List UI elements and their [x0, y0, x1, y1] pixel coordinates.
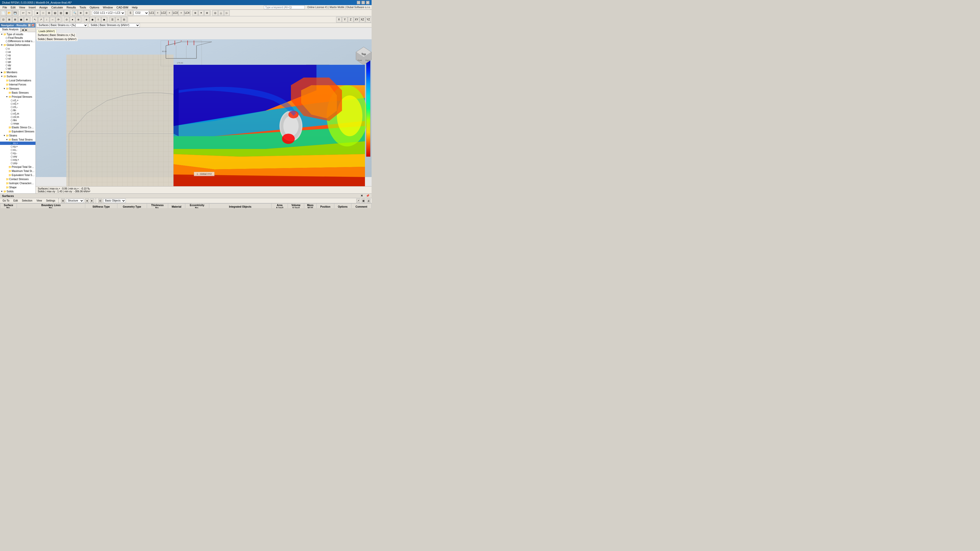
viewport-area[interactable]: Surfaces | Basic Strains εx,+ [‰] Solids…	[36, 23, 372, 193]
tb3[interactable]: ⊞	[46, 10, 52, 16]
results-edit[interactable]: Edit	[12, 199, 19, 202]
tree-item-principal-total-strains[interactable]: 📁Principal Total Strains	[0, 165, 35, 169]
tb23[interactable]: ▷	[224, 10, 230, 16]
t2-18[interactable]: ☰	[110, 17, 115, 22]
tb19[interactable]: ✦	[198, 10, 204, 16]
results-goto[interactable]: Go To	[1, 199, 11, 202]
nav-pin-btn[interactable]: 📌	[32, 24, 35, 27]
save-button[interactable]: 💾	[12, 10, 18, 16]
tree-item-εy-[interactable]: εy,-	[0, 151, 35, 155]
undo-button[interactable]: ↩	[21, 10, 26, 16]
tree-item-basic-total-strains[interactable]: ▼📁Basic Total Strains	[0, 138, 35, 141]
tree-toggle[interactable]: ▼	[6, 138, 8, 141]
tb8[interactable]: ⊕	[78, 10, 83, 16]
close-results[interactable]: ✕	[361, 194, 363, 197]
tb11[interactable]: LC1	[149, 10, 155, 16]
tree-item-σ1-[interactable]: σ1,-	[0, 105, 35, 109]
t2-2[interactable]: ⊠	[6, 17, 12, 22]
tree-item-σ2m[interactable]: σ2,m	[0, 115, 35, 119]
t2-17[interactable]: ◆	[101, 17, 107, 22]
menu-tools[interactable]: Tools	[78, 6, 88, 9]
tree-toggle[interactable]: ▼	[3, 87, 6, 90]
tree-item-εx+[interactable]: εx,+	[0, 141, 35, 145]
tb12[interactable]: +	[155, 10, 161, 16]
nav-tab-static[interactable]: Static Analysis	[0, 27, 21, 32]
tree-item-γxy[interactable]: γxy	[0, 155, 35, 158]
tree-item-isotropic[interactable]: 📁Isotropic Characteristics	[0, 181, 35, 185]
menu-options[interactable]: Options	[88, 6, 101, 9]
export-btn[interactable]: ↗	[356, 199, 360, 203]
tree-item-local-deformations[interactable]: 📁Local Deformations	[0, 78, 35, 83]
results-settings[interactable]: Settings	[45, 199, 57, 202]
tb17[interactable]: LC4	[184, 10, 190, 16]
tree-item-contact-stresses[interactable]: 📁Contact Stresses	[0, 177, 35, 181]
tb5[interactable]: ▥	[58, 10, 64, 16]
tree-item-θm[interactable]: θm	[0, 119, 35, 122]
solid-result-combo[interactable]: Solids | Basic Stresses σy (kN/m²)	[89, 23, 140, 27]
tb6[interactable]: ▦	[64, 10, 69, 16]
tree-toggle[interactable]: ▼	[0, 44, 3, 46]
col-eccentricity[interactable]: EccentricityNo.	[185, 203, 209, 208]
tree-item-ux[interactable]: ux	[0, 50, 35, 54]
t2-15[interactable]: ◉	[89, 17, 95, 22]
tree-toggle[interactable]: ▼	[6, 95, 8, 98]
tb16[interactable]: +	[178, 10, 184, 16]
tree-item-global-deformations[interactable]: ▼📁Global Deformations	[0, 43, 35, 47]
tree-item-strains[interactable]: ▼📁Strains	[0, 133, 35, 138]
tree-item-maximum-total-strains[interactable]: 📁Maximum Total Strains	[0, 169, 35, 173]
col-boundary-lines[interactable]: Boundary LinesNo.	[17, 203, 85, 208]
t2-coord6[interactable]: YZ	[366, 17, 371, 22]
lc-select[interactable]: CO2	[134, 11, 149, 15]
menu-insert[interactable]: Insert	[27, 6, 37, 9]
maximize-button[interactable]: □	[361, 1, 365, 4]
load-case-combo[interactable]: CO2: LC1 + LC2 + LC3 + LC4	[92, 11, 125, 15]
tree-item-σ2+[interactable]: σ2,+	[0, 102, 35, 105]
col-area[interactable]: AreaA [m²]	[271, 203, 288, 208]
arrow-left-btn[interactable]: ◄	[85, 199, 89, 203]
tree-item-solids[interactable]: ▼📁Solids	[0, 189, 35, 193]
tree-toggle[interactable]: ▼	[0, 75, 3, 78]
menu-edit[interactable]: Edit	[9, 6, 17, 9]
t2-5[interactable]: ⊕	[24, 17, 30, 22]
t2-10[interactable]: ⟳	[56, 17, 61, 22]
tree-toggle[interactable]: ▼	[0, 33, 3, 35]
t2-coord5[interactable]: XZ	[360, 17, 365, 22]
menu-view[interactable]: View	[18, 6, 27, 9]
t2-coord1[interactable]: X	[336, 17, 342, 22]
t2-4[interactable]: ▣	[18, 17, 24, 22]
tb9[interactable]: ⊖	[84, 10, 89, 16]
tree-toggle[interactable]: ▼	[3, 134, 6, 137]
tree-toggle[interactable]: ▶	[0, 71, 3, 73]
tree-item-final-results[interactable]: Final Results	[0, 36, 35, 40]
t2-coord2[interactable]: Y	[342, 17, 348, 22]
tree-item-φz[interactable]: φz	[0, 67, 35, 70]
tb1[interactable]: ■	[35, 10, 40, 16]
t2-coord3[interactable]: Z	[348, 17, 353, 22]
tree-item-uy[interactable]: uy	[0, 54, 35, 57]
tb7[interactable]: 🔍	[72, 10, 78, 16]
tb22[interactable]: △	[218, 10, 224, 16]
t2-11[interactable]: ⊙	[64, 17, 69, 22]
result-type-combo[interactable]: Surfaces | Basic Strains εx,+ [‰]	[37, 23, 88, 27]
tree-item-equivalent-stresses[interactable]: 📁Equivalent Stresses	[0, 129, 35, 133]
t2-1[interactable]: ⊡	[0, 17, 6, 22]
tb13[interactable]: LC2	[161, 10, 166, 16]
tree-item-internal-forces[interactable]: 📁Internal Forces	[0, 83, 35, 86]
col-surface-no[interactable]: SurfaceNo.	[0, 203, 17, 208]
menu-cad-bim[interactable]: CAD-BIM	[115, 6, 130, 9]
tree-item-σ1m[interactable]: σ1,m	[0, 112, 35, 115]
structure-combo[interactable]: Structure	[66, 199, 84, 203]
tree-item-principal-stresses[interactable]: ▼📁Principal Stresses	[0, 95, 35, 99]
nav-tab-arrow-right[interactable]: ►	[24, 27, 28, 32]
tb21[interactable]: ◎	[212, 10, 218, 16]
tree-item-surfaces[interactable]: ▼📁Surfaces	[0, 74, 35, 78]
t2-coord4[interactable]: XY	[354, 17, 360, 22]
new-button[interactable]: 📄	[0, 10, 6, 16]
tree-item-equivalent-total-strains[interactable]: 📁Equivalent Total Strains	[0, 173, 35, 177]
tb14[interactable]: +	[167, 10, 172, 16]
redo-button[interactable]: ↪	[26, 10, 32, 16]
tree-item-shape[interactable]: 📁Shape	[0, 185, 35, 189]
tb15[interactable]: LC3	[172, 10, 178, 16]
nav-tab-arrow-left[interactable]: ◄	[21, 27, 24, 32]
minimize-button[interactable]: ─	[357, 1, 360, 4]
